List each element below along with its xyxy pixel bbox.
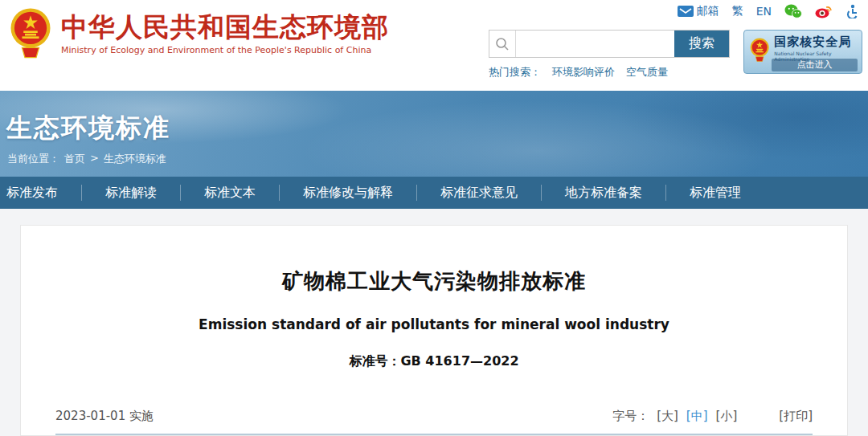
nnsa-emblem-icon [749,35,770,64]
site-subtitle: Ministry of Ecology and Environment of t… [61,45,389,55]
breadcrumb-label: 当前位置： [7,152,59,166]
nav-item-standard-revision[interactable]: 标准修改与解释 [280,185,417,201]
content-divider [55,434,813,435]
search-button[interactable]: 搜索 [674,31,729,57]
traditional-chinese-link[interactable]: 繁 [732,4,743,18]
english-link[interactable]: EN [756,5,772,18]
english-label: EN [756,5,772,18]
page-title: 生态环境标准 [6,111,170,146]
main-area: 矿物棉工业大气污染物排放标准 Emission standard of air … [0,209,868,436]
standards-nav: 标准发布 标准解读 标准文本 标准修改与解释 标准征求意见 地方标准备案 标准管… [0,177,868,209]
accessibility-link[interactable] [845,4,860,18]
fontsize-label: 字号： [612,409,649,424]
fontsize-medium-button[interactable]: [中] [686,409,708,424]
implement-date: 2023-01-01 实施 [55,409,154,424]
mail-link[interactable]: 邮箱 [678,4,719,18]
search-box: 搜索 [489,30,730,58]
hot-search-link-eia[interactable]: 环境影响评价 [552,65,615,79]
site-logo[interactable]: 中华人民共和国生态环境部 Ministry of Ecology and Env… [8,6,389,59]
search-input[interactable] [516,31,674,57]
print-button[interactable]: [打印] [779,409,813,424]
hot-search: 热门搜索： 环境影响评价 空气质量 [489,65,668,79]
standard-number: 标准号：GB 41617—2022 [55,353,813,370]
nav-item-standard-release[interactable]: 标准发布 [6,185,82,201]
nav-item-standard-management[interactable]: 标准管理 [666,185,764,201]
nav-item-local-standard-filing[interactable]: 地方标准备案 [542,185,666,201]
breadcrumb-home-link[interactable]: 首页 [64,152,85,166]
nnsa-banner-link[interactable]: 国家核安全局 National Nuclear Safety Administr… [743,30,862,74]
article-meta-row: 2023-01-01 实施 字号： [大] [中] [小] [打印] [55,409,813,424]
article-card: 矿物棉工业大气污染物排放标准 Emission standard of air … [20,225,848,436]
section-banner: 生态环境标准 当前位置： 首页 > 生态环境标准 [0,91,868,177]
article-title-zh: 矿物棉工业大气污染物排放标准 [55,267,813,295]
breadcrumb-separator: > [90,152,99,166]
weibo-icon [815,4,833,18]
wechat-icon [784,4,802,18]
weibo-link[interactable] [815,4,833,18]
quick-links: 邮箱 繁 EN [678,4,860,18]
nav-item-standard-text[interactable]: 标准文本 [181,185,280,201]
breadcrumb: 当前位置： 首页 > 生态环境标准 [7,152,166,166]
nav-item-standard-comments[interactable]: 标准征求意见 [417,185,542,201]
site-header: 中华人民共和国生态环境部 Ministry of Ecology and Env… [0,0,868,91]
fontsize-large-button[interactable]: [大] [657,409,678,424]
mail-label: 邮箱 [697,4,719,18]
fontsize-small-button[interactable]: [小] [716,409,738,424]
nnsa-title: 国家核安全局 [774,35,857,50]
fontsize-controls: 字号： [大] [中] [小] [打印] [612,409,813,424]
hot-search-label: 热门搜索： [489,65,541,79]
article-title-en: Emission standard of air pollutants for … [55,316,813,332]
site-title: 中华人民共和国生态环境部 [61,11,389,43]
accessibility-icon [845,4,860,18]
hot-search-link-air[interactable]: 空气质量 [626,65,668,79]
national-emblem-icon [8,6,53,59]
mail-icon [678,6,694,17]
breadcrumb-current: 生态环境标准 [104,152,166,166]
search-icon [489,31,516,57]
nnsa-enter-button[interactable]: 点击进入 [772,59,858,71]
traditional-label: 繁 [732,4,743,18]
wechat-link[interactable] [784,4,802,18]
nav-item-standard-interpretation[interactable]: 标准解读 [82,185,181,201]
